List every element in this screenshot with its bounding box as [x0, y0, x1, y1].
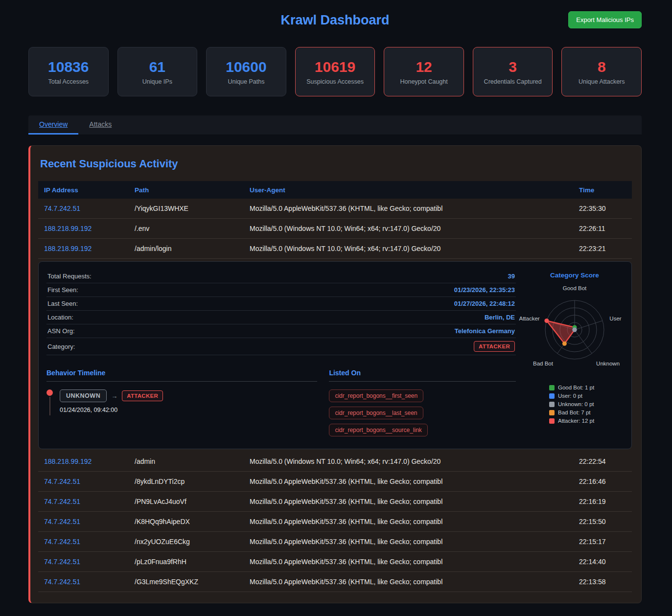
detail-category-row: Category: ATTACKER: [46, 338, 516, 355]
table-row[interactable]: 188.218.99.192 /admin Mozilla/5.0 (Windo…: [38, 452, 632, 472]
table-row[interactable]: 74.7.242.51 /pLz0Fnua9fRhH Mozilla/5.0 A…: [38, 552, 632, 572]
legend-item: Good Bot: 1 pt: [549, 385, 624, 390]
svg-text:User: User: [609, 316, 621, 321]
table-row[interactable]: 74.7.242.51 /8ykdLnDYTi2cp Mozilla/5.0 A…: [38, 472, 632, 492]
blocklist-badge[interactable]: cidr_report_bogons__source_link: [329, 424, 427, 436]
row-path: /G3Lme9ShEQgXKZ: [129, 578, 244, 586]
field-value: Berlin, DE: [485, 314, 515, 321]
legend-label: Good Bot: 1 pt: [558, 385, 594, 390]
table-row[interactable]: 74.7.242.51 /G3Lme9ShEQgXKZ Mozilla/5.0 …: [38, 572, 632, 592]
row-time: 22:15:17: [573, 538, 632, 546]
timeline-item: UNKNOWN → ATTACKER 01/24/2026, 09:42:00: [46, 389, 317, 415]
stat-value: 10619: [315, 59, 355, 75]
table-row[interactable]: 188.218.99.192 /.env Mozilla/5.0 (Window…: [38, 219, 632, 239]
stat-label: Unique Paths: [228, 78, 264, 85]
stat-card: 10619 Suspicious Accesses: [295, 47, 375, 96]
row-time: 22:22:54: [573, 457, 632, 465]
stat-card: 12 Honeypot Caught: [384, 47, 464, 96]
page-title: Krawl Dashboard: [28, 0, 642, 28]
stat-label: Credentials Captured: [484, 78, 542, 85]
row-user-agent: Mozilla/5.0 (Windows NT 10.0; Win64; x64…: [244, 225, 573, 232]
chart-legend: Good Bot: 1 pt User: 0 pt Unknown: 0 pt: [526, 385, 624, 424]
export-malicious-ips-button[interactable]: Export Malicious IPs: [568, 11, 642, 28]
field-value: 39: [508, 273, 515, 280]
field-value: 01/27/2026, 22:48:12: [454, 300, 515, 307]
ip-link[interactable]: 188.218.99.192: [44, 225, 92, 232]
legend-item: Unknown: 0 pt: [549, 401, 624, 407]
ip-link[interactable]: 74.7.242.51: [44, 205, 80, 212]
stat-value: 12: [416, 59, 432, 75]
row-time: 22:26:11: [573, 225, 632, 232]
blocklist-badge[interactable]: cidr_report_bogons__first_seen: [329, 389, 423, 402]
ip-link[interactable]: 74.7.242.51: [44, 538, 80, 546]
svg-text:Attacker: Attacker: [519, 316, 539, 321]
stat-label: Unique Attackers: [579, 78, 625, 85]
stat-card: 61 Unique IPs: [117, 47, 198, 96]
tab-overview[interactable]: Overview: [28, 115, 78, 135]
detail-field-row: Last Seen: 01/27/2026, 22:48:12: [46, 297, 516, 311]
row-user-agent: Mozilla/5.0 AppleWebKit/537.36 (KHTML, l…: [244, 478, 573, 485]
stat-value: 61: [149, 59, 165, 75]
tab-bar: Overview Attacks: [28, 115, 642, 135]
legend-swatch-icon: [549, 402, 555, 407]
row-user-agent: Mozilla/5.0 AppleWebKit/537.36 (KHTML, l…: [244, 578, 573, 586]
svg-text:Good Bot: Good Bot: [563, 285, 587, 291]
row-time: 22:16:46: [573, 478, 632, 485]
ip-link[interactable]: 74.7.242.51: [44, 558, 80, 566]
row-path: /admin: [129, 457, 244, 465]
row-time: 22:13:58: [573, 578, 632, 586]
field-label: Last Seen:: [47, 300, 78, 307]
stat-card: 10836 Total Accesses: [28, 47, 109, 96]
row-user-agent: Mozilla/5.0 AppleWebKit/537.36 (KHTML, l…: [244, 558, 573, 566]
ip-link[interactable]: 74.7.242.51: [44, 518, 80, 525]
stat-value: 3: [509, 59, 517, 75]
row-time: 22:16:19: [573, 498, 632, 505]
row-path: /K8HQq9hAipeDX: [129, 518, 244, 525]
detail-field-row: Location: Berlin, DE: [46, 311, 516, 324]
field-label: ASN Org:: [47, 327, 75, 335]
table-row[interactable]: 74.7.242.51 /nx2yUOZuE6Ckg Mozilla/5.0 A…: [38, 532, 632, 552]
ip-link[interactable]: 74.7.242.51: [44, 578, 80, 586]
svg-text:Unknown: Unknown: [596, 361, 620, 366]
field-label: Total Requests:: [47, 273, 92, 280]
ip-link[interactable]: 74.7.242.51: [44, 478, 80, 485]
timeline-from-badge: UNKNOWN: [60, 389, 107, 402]
chart-title: Category Score: [526, 272, 624, 279]
col-header-time: Time: [573, 186, 632, 194]
table-row[interactable]: 188.218.99.192 /admin/login Mozilla/5.0 …: [38, 239, 632, 259]
listed-on-section: Listed On cidr_report_bogons__first_seen…: [329, 369, 516, 441]
table-row[interactable]: 74.7.242.51 /PN9LvAcJ4uoVf Mozilla/5.0 A…: [38, 492, 632, 512]
timeline-marker: [46, 389, 53, 415]
detail-field-row: ASN Org: Telefonica Germany: [46, 324, 516, 338]
row-path: /.env: [129, 225, 244, 232]
ip-link[interactable]: 188.218.99.192: [44, 245, 92, 252]
legend-label: Attacker: 12 pt: [558, 418, 594, 424]
row-path: /admin/login: [129, 245, 244, 252]
table-row[interactable]: 74.7.242.51 /YiqykGI13WHXE Mozilla/5.0 A…: [38, 199, 632, 219]
legend-item: Bad Bot: 7 pt: [549, 410, 624, 415]
row-time: 22:23:21: [573, 245, 632, 252]
ip-link[interactable]: 74.7.242.51: [44, 498, 80, 505]
detail-field-row: First Seen: 01/23/2026, 22:35:23: [46, 283, 516, 297]
row-user-agent: Mozilla/5.0 AppleWebKit/537.36 (KHTML, l…: [244, 518, 573, 525]
page: Krawl Dashboard Export Malicious IPs 108…: [28, 0, 642, 603]
timeline-line: [49, 397, 50, 415]
row-user-agent: Mozilla/5.0 AppleWebKit/537.36 (KHTML, l…: [244, 538, 573, 546]
stat-card: 10600 Unique Paths: [206, 47, 286, 96]
row-path: /nx2yUOZuE6Ckg: [129, 538, 244, 546]
field-label: Category:: [47, 343, 75, 350]
field-value: Telefonica Germany: [455, 327, 515, 335]
table-row[interactable]: 74.7.242.51 /K8HQq9hAipeDX Mozilla/5.0 A…: [38, 512, 632, 532]
legend-label: Bad Bot: 7 pt: [558, 410, 591, 415]
row-path: /YiqykGI13WHXE: [129, 205, 244, 212]
row-user-agent: Mozilla/5.0 (Windows NT 10.0; Win64; x64…: [244, 245, 573, 252]
table-rows-top: 74.7.242.51 /YiqykGI13WHXE Mozilla/5.0 A…: [38, 199, 632, 259]
behavior-timeline-section: Behavior Timeline UNKNOWN → ATTACKER: [46, 369, 317, 441]
radar-chart-svg: Good BotUserUnknownBad BotAttacker: [526, 282, 624, 378]
stat-value: 8: [598, 59, 606, 75]
ip-link[interactable]: 188.218.99.192: [44, 457, 92, 465]
tab-attacks[interactable]: Attacks: [78, 115, 122, 135]
blocklist-badge[interactable]: cidr_report_bogons__last_seen: [329, 407, 423, 419]
detail-fields: Total Requests: 39 First Seen: 01/23/202…: [46, 270, 516, 338]
field-value: 01/23/2026, 22:35:23: [454, 286, 515, 294]
